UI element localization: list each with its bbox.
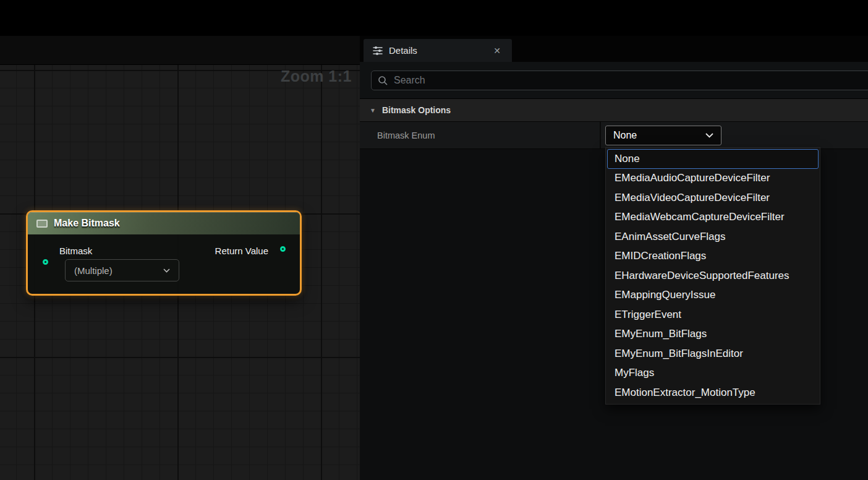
top-toolbar <box>0 0 868 36</box>
section-title: Bitmask Options <box>382 105 451 115</box>
enum-menu-item[interactable]: EMediaAudioCaptureDeviceFilter <box>607 169 819 189</box>
details-tab-label: Details <box>389 45 417 56</box>
search-input[interactable] <box>394 75 864 86</box>
enum-menu-item[interactable]: EMediaVideoCaptureDeviceFilter <box>607 188 819 208</box>
node-header[interactable]: Make Bitmask <box>28 212 300 234</box>
enum-menu-item[interactable]: EMyEnum_BitFlagsInEditor <box>607 344 819 364</box>
section-collapse-icon[interactable]: ▼ <box>370 107 376 114</box>
enum-menu-item[interactable]: EAnimAssetCurveFlags <box>607 227 819 247</box>
node-title: Make Bitmask <box>54 218 120 229</box>
input-pin-label: Bitmask <box>59 246 92 256</box>
property-row-bitmask-enum: Bitmask Enum None <box>360 122 868 149</box>
output-pin[interactable] <box>280 246 286 252</box>
bitmask-enum-combobox[interactable]: None <box>605 126 721 145</box>
enum-menu-item[interactable]: EMotionExtractor_MotionType <box>607 383 819 403</box>
details-tab-icon <box>372 45 383 56</box>
graph-header-strip <box>0 36 360 65</box>
details-tab[interactable]: Details ✕ <box>364 39 512 62</box>
combobox-value: None <box>613 130 637 141</box>
search-bar-row <box>360 62 868 99</box>
enum-menu-item[interactable]: ETriggerEvent <box>607 305 819 325</box>
enum-menu-item[interactable]: EMIDCreationFlags <box>607 247 819 267</box>
combobox-chevron-icon <box>705 133 713 138</box>
search-box[interactable] <box>371 71 868 90</box>
input-pin[interactable] <box>43 259 48 265</box>
details-tab-bar: Details ✕ <box>360 36 868 62</box>
enum-menu-item[interactable]: MyFlags <box>607 364 819 384</box>
struct-icon <box>36 220 48 228</box>
section-bitmask-options[interactable]: ▼ Bitmask Options <box>360 99 868 122</box>
enum-value-dropdown[interactable]: (Multiple) <box>65 259 179 281</box>
output-pin-label: Return Value <box>215 246 268 256</box>
enum-dropdown-menu: NoneEMediaAudioCaptureDeviceFilterEMedia… <box>605 147 820 405</box>
tab-close-icon[interactable]: ✕ <box>491 45 503 57</box>
details-panel: Details ✕ ▼ Bitmask Options Bitmask Enum… <box>360 36 868 480</box>
app-window: Zoom 1:1 Make Bitmask Bitmask (Multiple)… <box>0 0 868 480</box>
property-divider[interactable] <box>600 122 601 148</box>
zoom-indicator: Zoom 1:1 <box>281 67 352 85</box>
chevron-down-icon <box>163 268 170 273</box>
property-label: Bitmask Enum <box>377 131 435 140</box>
graph-canvas[interactable]: Zoom 1:1 Make Bitmask Bitmask (Multiple)… <box>0 36 360 480</box>
enum-menu-item[interactable]: None <box>607 149 819 169</box>
enum-menu-item[interactable]: EHardwareDeviceSupportedFeatures <box>607 266 819 286</box>
enum-menu-item[interactable]: EMappingQueryIssue <box>607 286 819 306</box>
search-icon <box>378 75 388 86</box>
blueprint-node-make-bitmask[interactable]: Make Bitmask Bitmask (Multiple) Return V… <box>26 210 302 296</box>
enum-menu-item[interactable]: EMyEnum_BitFlags <box>607 325 819 345</box>
graph-grid[interactable]: Zoom 1:1 Make Bitmask Bitmask (Multiple)… <box>0 65 360 480</box>
enum-value-text: (Multiple) <box>74 265 113 276</box>
enum-menu-item[interactable]: EMediaWebcamCaptureDeviceFilter <box>607 208 819 228</box>
